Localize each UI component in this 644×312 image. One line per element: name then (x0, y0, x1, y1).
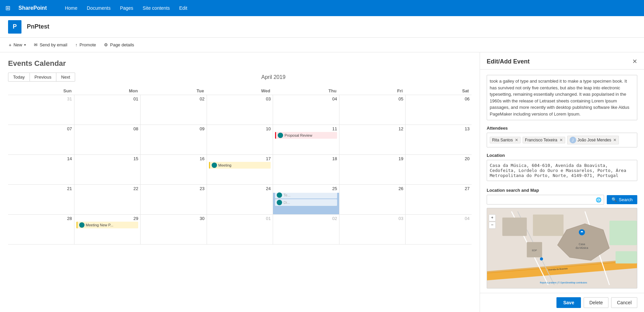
attendees-box[interactable]: Rita Santos ✕ Francisco Teixeira ✕ J Joã… (487, 133, 637, 147)
previous-button[interactable]: Previous (30, 73, 57, 82)
day-num-w4d0: 28 (10, 216, 72, 221)
header-sun: Sun (8, 87, 74, 95)
svg-rect-6 (502, 218, 527, 236)
day-num-w4d1: 29 (76, 216, 139, 221)
location-search-input[interactable] (487, 195, 604, 205)
nav-pages[interactable]: Pages (115, 0, 138, 16)
cal-cell-w4d3[interactable]: 01 (207, 215, 273, 244)
today-button[interactable]: Today (8, 73, 30, 82)
remove-francisco[interactable]: ✕ (559, 138, 563, 142)
calendar-nav: Today Previous Next April 2019 (8, 73, 472, 82)
joao-avatar: J (570, 137, 576, 143)
page-details-button[interactable]: ⚙ Page details (101, 41, 138, 49)
location-section: Location (487, 153, 637, 182)
calendar-day-headers: Sun Mon Tue Wed Thu Fri Sat (8, 87, 472, 95)
cal-cell-w3d6[interactable]: 27 (406, 185, 472, 214)
cal-cell-w3d5[interactable]: 26 (339, 185, 406, 214)
nav-home[interactable]: Home (60, 0, 82, 16)
calendar-week-1: 0708091011Proposal Review1213 (8, 125, 472, 155)
day-num-w4d2: 30 (143, 216, 205, 221)
day-num-w4d3: 01 (209, 216, 271, 221)
cal-cell-w1d4[interactable]: 11Proposal Review (273, 125, 339, 154)
description-text[interactable]: took a galley of type and scrambled it t… (487, 75, 637, 120)
cal-cell-w2d5[interactable]: 19 (339, 155, 406, 184)
calendar-week-4: 2829Meeting New P...3001020304 (8, 215, 472, 244)
page-details-label: Page details (110, 42, 134, 47)
svg-text:+: + (491, 215, 493, 220)
svg-text:Casa: Casa (579, 243, 585, 246)
event-label: Meeting New P... (86, 223, 113, 227)
day-num-w0d0: 31 (10, 96, 72, 101)
main-layout: Events Calendar Today Previous Next Apri… (0, 52, 644, 312)
event-w2d3e0[interactable]: Meeting (209, 162, 271, 169)
search-icon: 🔍 (611, 197, 617, 202)
day-num-w1d1: 08 (76, 126, 139, 131)
cal-cell-w2d1[interactable]: 15 (74, 155, 141, 184)
cal-cell-w1d2[interactable]: 09 (141, 125, 207, 154)
cal-cell-w0d1[interactable]: 01 (74, 95, 141, 125)
remove-joao[interactable]: ✕ (613, 138, 616, 142)
cal-cell-w4d4[interactable]: 02 (273, 215, 339, 244)
cal-cell-w4d2[interactable]: 30 (141, 215, 207, 244)
cal-cell-w0d2[interactable]: 02 (141, 95, 207, 125)
site-name: PnPtest (27, 23, 49, 30)
globe-icon: 🌐 (596, 197, 601, 203)
cal-cell-w1d6[interactable]: 13 (406, 125, 472, 154)
attendee-joao: J João José Mendes ✕ (567, 136, 619, 144)
cal-cell-w2d3[interactable]: 17Meeting (207, 155, 273, 184)
grid-icon[interactable]: ⊞ (5, 4, 10, 12)
cal-cell-w3d2[interactable]: 23 (141, 185, 207, 214)
cal-cell-w2d0[interactable]: 14 (8, 155, 74, 184)
cal-cell-w3d4[interactable]: 25Te...Di... (273, 185, 339, 214)
svg-rect-14 (615, 251, 637, 263)
cal-cell-w1d1[interactable]: 08 (74, 125, 141, 154)
cal-cell-w4d5[interactable]: 03 (339, 215, 406, 244)
calendar-title: Events Calendar (8, 59, 472, 68)
cal-cell-w3d1[interactable]: 22 (74, 185, 141, 214)
nav-edit[interactable]: Edit (174, 0, 192, 16)
send-email-button[interactable]: ✉ Send by email (31, 41, 70, 49)
cal-cell-w2d6[interactable]: 20 (406, 155, 472, 184)
cal-cell-w2d2[interactable]: 16 (141, 155, 207, 184)
nav-documents[interactable]: Documents (82, 0, 115, 16)
event-w1d4e0[interactable]: Proposal Review (275, 132, 337, 139)
save-button[interactable]: Save (556, 297, 581, 308)
site-header: P PnPtest (0, 16, 644, 38)
calendar-section: Events Calendar Today Previous Next Apri… (0, 52, 480, 312)
event-w4d1e0[interactable]: Meeting New P... (76, 222, 139, 228)
cal-cell-w1d3[interactable]: 10 (207, 125, 273, 154)
day-num-w1d3: 10 (209, 126, 271, 131)
calendar-body: 310102030405060708091011Proposal Review1… (8, 95, 472, 244)
next-button[interactable]: Next (56, 73, 75, 82)
cal-cell-w0d0[interactable]: 31 (8, 95, 74, 125)
cal-cell-w0d6[interactable]: 06 (406, 95, 472, 125)
plus-icon: + (9, 42, 11, 48)
cal-cell-w1d0[interactable]: 07 (8, 125, 74, 154)
search-button[interactable]: 🔍 Search (607, 195, 637, 204)
cal-cell-w4d6[interactable]: 04 (406, 215, 472, 244)
cal-cell-w4d1[interactable]: 29Meeting New P... (74, 215, 141, 244)
event-label: Proposal Review (284, 133, 312, 137)
cal-cell-w3d3[interactable]: 24 (207, 185, 273, 214)
nav-site-contents[interactable]: Site contents (138, 0, 174, 16)
new-button[interactable]: + New ▾ (5, 41, 29, 49)
delete-button[interactable]: Delete (584, 297, 608, 308)
remove-rita[interactable]: ✕ (515, 138, 518, 142)
cancel-button[interactable]: Cancel (611, 297, 637, 308)
location-textarea[interactable] (487, 160, 637, 181)
new-label: New (13, 42, 22, 47)
cal-cell-w0d5[interactable]: 05 (339, 95, 406, 125)
cal-cell-w4d0[interactable]: 28 (8, 215, 74, 244)
cal-cell-w0d3[interactable]: 03 (207, 95, 273, 125)
send-email-label: Send by email (40, 42, 67, 47)
location-search-label: Location search and Map (487, 188, 637, 193)
event-w3d4e1[interactable]: Di... (275, 199, 337, 206)
cal-cell-w1d5[interactable]: 12 (339, 125, 406, 154)
close-button[interactable]: ✕ (632, 58, 637, 65)
day-num-w3d6: 27 (408, 186, 470, 191)
event-w3d4e0[interactable]: Te... (275, 192, 337, 198)
cal-cell-w2d4[interactable]: 18 (273, 155, 339, 184)
cal-cell-w3d0[interactable]: 21 (8, 185, 74, 214)
cal-cell-w0d4[interactable]: 04 (273, 95, 339, 125)
promote-button[interactable]: ↑ Promote (72, 41, 100, 49)
